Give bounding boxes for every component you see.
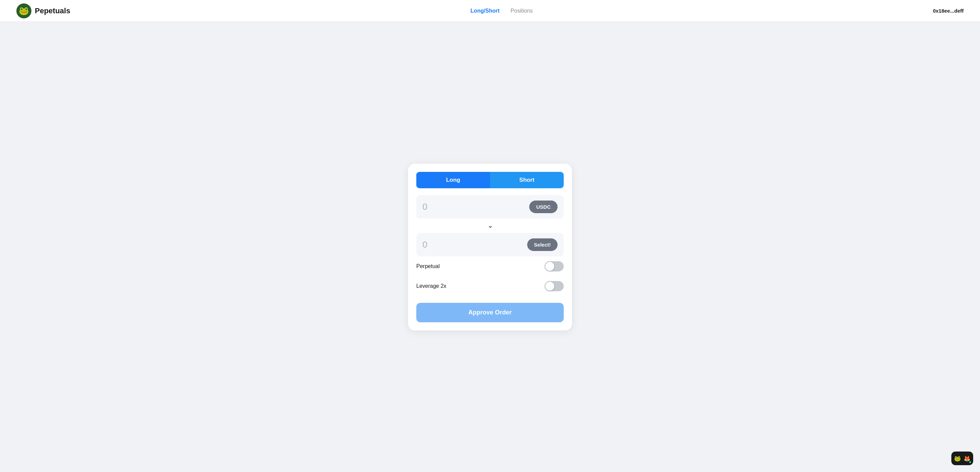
perpetual-label: Perpetual — [416, 263, 440, 269]
bottom-widget[interactable]: 🐸 🦊 — [951, 451, 973, 465]
nav-positions[interactable]: Positions — [511, 8, 533, 14]
tab-long[interactable]: Long — [416, 172, 490, 188]
header: 🐸 Pepetuals Long/Short Positions 0x18ee.… — [0, 0, 980, 22]
from-token-button[interactable]: USDC — [529, 200, 558, 213]
logo-prefix: Pepe — [35, 6, 53, 15]
from-input-row: 0 USDC — [416, 195, 564, 219]
logo-suffix: tuals — [53, 6, 70, 15]
to-input-row: 0 Select! — [416, 233, 564, 256]
trading-card: Long Short 0 USDC ⌄ 0 Select! Perpetual … — [408, 164, 572, 331]
main: Long Short 0 USDC ⌄ 0 Select! Perpetual … — [0, 22, 980, 472]
chevron-down-icon: ⌄ — [488, 222, 493, 229]
logo-icon: 🐸 — [16, 3, 32, 18]
perpetual-toggle-row: Perpetual — [416, 256, 564, 276]
to-input-value: 0 — [422, 239, 427, 250]
app-title: Pepetuals — [35, 6, 70, 15]
tab-group: Long Short — [416, 172, 564, 188]
to-token-button[interactable]: Select! — [527, 238, 558, 251]
widget-pepe-icon: 🐸 — [953, 454, 962, 462]
logo-area: 🐸 Pepetuals — [16, 3, 70, 18]
perpetual-knob — [545, 262, 554, 271]
leverage-toggle[interactable] — [545, 281, 564, 291]
nav-long-short[interactable]: Long/Short — [471, 8, 500, 14]
widget-status-dot — [969, 461, 972, 464]
from-input-value: 0 — [422, 202, 427, 212]
nav: Long/Short Positions — [471, 8, 533, 14]
chevron-divider: ⌄ — [416, 219, 564, 233]
leverage-label: Leverage 2x — [416, 283, 446, 289]
approve-order-button[interactable]: Approve Order — [416, 303, 564, 322]
perpetual-toggle[interactable] — [545, 261, 564, 272]
tab-short[interactable]: Short — [490, 172, 564, 188]
leverage-knob — [545, 282, 554, 291]
wallet-address: 0x18ee...deff — [933, 8, 964, 14]
leverage-toggle-row: Leverage 2x — [416, 276, 564, 296]
